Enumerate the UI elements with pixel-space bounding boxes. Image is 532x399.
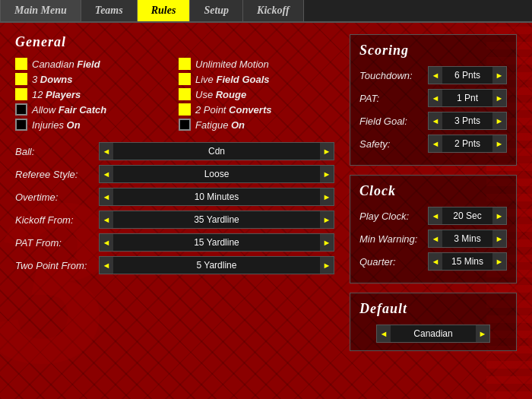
- kickoff-prev-btn[interactable]: ◄: [100, 211, 113, 228]
- overtime-value: 10 Minutes: [113, 188, 320, 205]
- checkbox-injuries-on-box[interactable]: [15, 119, 27, 131]
- default-next-btn[interactable]: ►: [476, 325, 489, 342]
- touchdown-control: ◄ 6 Pnts ►: [428, 66, 507, 84]
- safety-prev-btn[interactable]: ◄: [429, 135, 442, 152]
- two-point-from-label: Two Point From:: [15, 260, 99, 271]
- play-clock-next-btn[interactable]: ►: [492, 207, 506, 224]
- min-warning-value: 3 Mins: [442, 230, 492, 247]
- navigation-bar: Main Menu Teams Rules Setup Kickoff: [0, 0, 532, 23]
- two-point-value: 5 Yardline: [113, 257, 320, 274]
- kickoff-from-row: Kickoff From: ◄ 35 Yardline ►: [15, 211, 334, 229]
- checkbox-unlimited-motion-box[interactable]: [179, 58, 191, 70]
- min-warning-prev-btn[interactable]: ◄: [429, 230, 442, 247]
- referee-value: Loose: [113, 166, 320, 182]
- checkbox-fatigue-on[interactable]: Fatigue On: [179, 119, 334, 131]
- ball-prev-btn[interactable]: ◄: [100, 143, 113, 160]
- min-warning-label: Min Warning:: [359, 233, 428, 245]
- right-panel: Scoring Touchdown: ◄ 6 Pnts ► PAT: ◄ 1 P…: [350, 34, 517, 360]
- kickoff-from-label: Kickoff From:: [15, 214, 99, 226]
- checkbox-12-players[interactable]: 12 Players: [15, 88, 171, 100]
- main-content: General Canadian Field Unlimited Motion …: [0, 23, 532, 372]
- pat-score-next-btn[interactable]: ►: [492, 90, 506, 106]
- touchdown-row: Touchdown: ◄ 6 Pnts ►: [359, 66, 507, 84]
- checkbox-2-point-converts-box[interactable]: [179, 103, 191, 116]
- quarter-value: 15 Mins: [442, 253, 492, 270]
- checkbox-2-point-converts[interactable]: 2 Point Converts: [179, 103, 334, 116]
- ball-label: Ball:: [15, 146, 99, 157]
- safety-next-btn[interactable]: ►: [492, 135, 506, 152]
- nav-kickoff[interactable]: Kickoff: [243, 0, 304, 21]
- ball-control: ◄ Cdn ►: [99, 142, 334, 160]
- scoring-panel: Scoring Touchdown: ◄ 6 Pnts ► PAT: ◄ 1 P…: [350, 34, 517, 166]
- ball-next-btn[interactable]: ►: [320, 143, 334, 160]
- play-clock-row: Play Clock: ◄ 20 Sec ►: [359, 207, 507, 225]
- touchdown-value: 6 Pnts: [442, 67, 492, 84]
- overtime-next-btn[interactable]: ►: [320, 188, 334, 205]
- two-point-from-row: Two Point From: ◄ 5 Yardline ►: [15, 256, 334, 274]
- general-panel: General Canadian Field Unlimited Motion …: [15, 34, 334, 360]
- nav-setup[interactable]: Setup: [190, 0, 243, 21]
- field-goal-row: Field Goal: ◄ 3 Pnts ►: [359, 112, 507, 130]
- two-point-control: ◄ 5 Yardline ►: [99, 256, 334, 274]
- pat-value: 15 Yardline: [113, 234, 320, 251]
- nav-teams[interactable]: Teams: [81, 0, 138, 21]
- quarter-control: ◄ 15 Mins ►: [428, 252, 507, 271]
- checkbox-injuries-on[interactable]: Injuries On: [15, 119, 171, 131]
- overtime-control: ◄ 10 Minutes ►: [99, 188, 334, 206]
- nav-main-menu[interactable]: Main Menu: [0, 0, 81, 21]
- quarter-prev-btn[interactable]: ◄: [429, 253, 442, 270]
- two-point-prev-btn[interactable]: ◄: [100, 257, 113, 274]
- pat-row: PAT: ◄ 1 Pnt ►: [359, 89, 507, 107]
- quarter-row: Quarter: ◄ 15 Mins ►: [359, 252, 507, 271]
- checkbox-12-players-box[interactable]: [15, 88, 27, 100]
- checkbox-allow-fair-catch[interactable]: Allow Fair Catch: [15, 103, 171, 116]
- referee-style-label: Referee Style:: [15, 169, 99, 180]
- field-goal-next-btn[interactable]: ►: [492, 112, 506, 129]
- checkbox-live-field-goals-box[interactable]: [179, 73, 191, 85]
- pat-score-prev-btn[interactable]: ◄: [429, 90, 442, 106]
- checkbox-3-downs[interactable]: 3 Downs: [15, 73, 171, 85]
- checkbox-live-field-goals[interactable]: Live Field Goals: [179, 73, 334, 85]
- overtime-label: Overtime:: [15, 192, 99, 203]
- default-control: ◄ Canadian ►: [376, 325, 490, 343]
- checkbox-use-rouge-box[interactable]: [179, 88, 191, 100]
- checkbox-use-rouge[interactable]: Use Rouge: [179, 88, 334, 100]
- overtime-prev-btn[interactable]: ◄: [100, 188, 113, 205]
- touchdown-next-btn[interactable]: ►: [492, 67, 506, 84]
- min-warning-row: Min Warning: ◄ 3 Mins ►: [359, 230, 507, 248]
- pat-score-value: 1 Pnt: [442, 90, 492, 106]
- quarter-next-btn[interactable]: ►: [492, 253, 506, 270]
- kickoff-from-control: ◄ 35 Yardline ►: [99, 211, 334, 229]
- touchdown-prev-btn[interactable]: ◄: [429, 67, 442, 84]
- play-clock-label: Play Clock:: [359, 211, 428, 222]
- safety-control: ◄ 2 Pnts ►: [428, 135, 507, 153]
- clock-panel: Clock Play Clock: ◄ 20 Sec ► Min Warning…: [350, 175, 517, 283]
- checkbox-fatigue-on-box[interactable]: [179, 119, 191, 131]
- referee-prev-btn[interactable]: ◄: [100, 166, 113, 182]
- default-prev-btn[interactable]: ◄: [377, 325, 391, 342]
- field-goal-value: 3 Pnts: [442, 112, 492, 129]
- checkbox-3-downs-box[interactable]: [15, 73, 27, 85]
- default-header: Default: [359, 301, 507, 317]
- field-goal-label: Field Goal:: [359, 116, 428, 127]
- referee-style-control: ◄ Loose ►: [99, 165, 334, 183]
- pat-from-label: PAT From:: [15, 237, 99, 249]
- referee-next-btn[interactable]: ►: [320, 166, 334, 182]
- nav-rules[interactable]: Rules: [138, 0, 191, 21]
- touchdown-label: Touchdown:: [359, 70, 428, 81]
- checkbox-unlimited-motion[interactable]: Unlimited Motion: [179, 58, 334, 70]
- ball-dropdown-row: Ball: ◄ Cdn ►: [15, 142, 334, 160]
- checkbox-canadian-field[interactable]: Canadian Field: [15, 58, 171, 70]
- checkbox-allow-fair-catch-box[interactable]: [15, 103, 27, 116]
- default-panel: Default ◄ Canadian ►: [350, 293, 517, 351]
- pat-prev-btn[interactable]: ◄: [100, 234, 113, 251]
- play-clock-control: ◄ 20 Sec ►: [428, 207, 507, 225]
- min-warning-next-btn[interactable]: ►: [492, 230, 506, 247]
- pat-control: ◄ 1 Pnt ►: [428, 89, 507, 107]
- pat-next-btn[interactable]: ►: [320, 234, 334, 251]
- field-goal-prev-btn[interactable]: ◄: [429, 112, 442, 129]
- two-point-next-btn[interactable]: ►: [320, 257, 334, 274]
- play-clock-prev-btn[interactable]: ◄: [429, 207, 442, 224]
- kickoff-next-btn[interactable]: ►: [320, 211, 334, 228]
- checkbox-canadian-field-box[interactable]: [15, 58, 27, 70]
